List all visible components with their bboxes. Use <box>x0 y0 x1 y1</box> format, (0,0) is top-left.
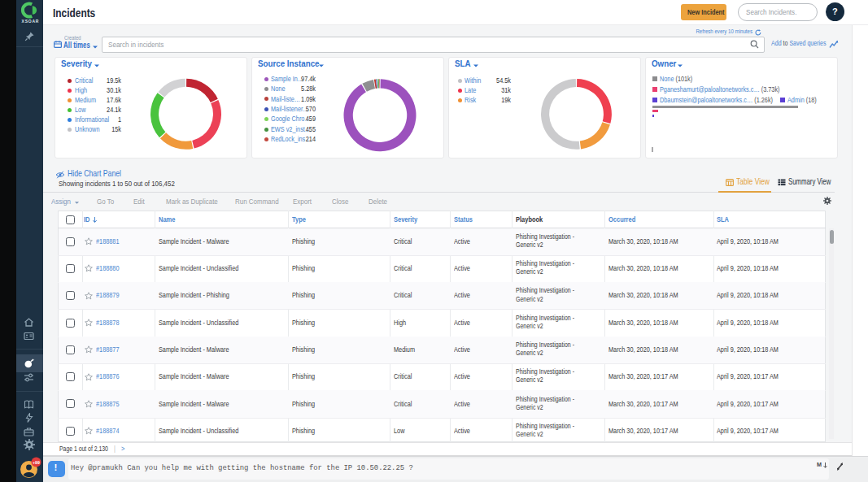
svg-text:+99: +99 <box>33 460 40 465</box>
